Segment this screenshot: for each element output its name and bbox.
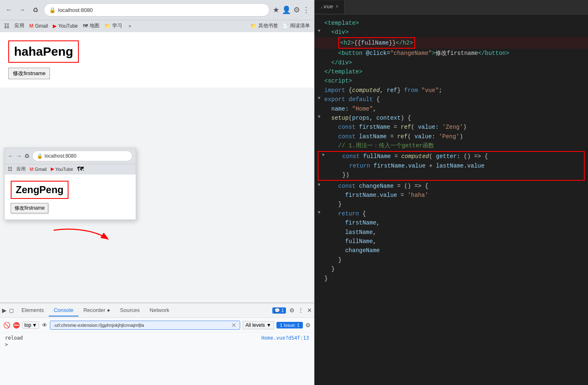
back-button[interactable]: ← <box>4 5 14 15</box>
browser-content-wrapper: hahaPeng 修改firstname ← → ♻ 🔒 localhost:8… <box>0 32 314 302</box>
devtools-url-bar[interactable]: -url:chrome-extension://jgphnjokjhjlcnna… <box>50 321 240 330</box>
mini-forward-button[interactable]: → <box>16 153 22 159</box>
code-line-17: }) <box>319 170 584 180</box>
dt-settings-icon[interactable]: ⚙ <box>289 307 295 314</box>
code-line-5: </div> <box>314 58 588 67</box>
code-line-19: firstName.value = 'haha' <box>314 191 588 200</box>
browser-content: hahaPeng 修改firstname <box>0 32 314 87</box>
code-tab-bar: .vue ✕ <box>314 0 588 14</box>
tab-close-icon[interactable]: ✕ <box>335 3 338 11</box>
code-body: <template> ▼ <div> <h2>{{fullName}}</h2>… <box>314 14 588 287</box>
top-select[interactable]: top ▼ <box>22 321 39 329</box>
dt-eye-icon[interactable]: 👁 <box>42 322 47 328</box>
code-line-13: const lastName = ref( value: 'Peng') <box>314 132 588 141</box>
bookmark-youtube[interactable]: ▶ YouTube <box>53 23 78 29</box>
code-line-9: ▼ export default { <box>314 95 588 104</box>
address-bar[interactable]: 🔒 localhost:8080 <box>44 3 269 17</box>
code-tab-vue[interactable]: .vue ✕ <box>314 0 345 14</box>
profile-icon[interactable]: 👤 <box>282 5 291 14</box>
issue-badge[interactable]: 1 Issue: 1 <box>276 322 303 328</box>
bookmark-learn[interactable]: 📁 学习 <box>104 22 122 29</box>
main-change-button[interactable]: 修改firstname <box>8 68 50 79</box>
bookmark-other[interactable]: 📁 其他书签 <box>250 22 278 29</box>
code-line-2: ▼ <div> <box>314 28 588 37</box>
youtube-icon: ▶ <box>53 23 57 29</box>
mini-bm-gmail[interactable]: M Gmail <box>30 167 47 172</box>
webpage: hahaPeng 修改firstname <box>0 32 314 87</box>
code-line-8: import {computed, ref} from "vue"; <box>314 86 588 95</box>
code-line-26: } <box>314 255 588 265</box>
forward-button[interactable]: → <box>17 5 27 15</box>
devtools-icons: 💬 1 ⚙ ⋮ ✕ <box>272 307 312 314</box>
mini-back-button[interactable]: ← <box>8 153 14 159</box>
mini-browser: ← → ♻ 🔒 localhost:8080 ☷ 应用 M Gmail ▶ Yo… <box>4 148 136 220</box>
bookmark-star-icon[interactable]: ★ <box>273 5 279 14</box>
address-text: localhost:8080 <box>58 7 93 13</box>
dt-close-icon[interactable]: ✕ <box>307 307 312 314</box>
extension-icon[interactable]: ⚙ <box>293 5 300 14</box>
dt-gear-icon[interactable]: ⚙ <box>305 322 311 328</box>
folder-icon: 📁 <box>104 23 111 29</box>
bookmark-reader[interactable]: 📄 阅读清单 <box>282 22 310 29</box>
dt-inspect-icon[interactable]: ▶ <box>2 307 7 314</box>
mini-address-text: localhost:8080 <box>45 153 76 159</box>
mini-browser-chrome: ← → ♻ 🔒 localhost:8080 <box>5 148 136 164</box>
code-line-11: ▼ setup(props, context) { <box>314 113 588 123</box>
maps-icon: 🗺 <box>83 23 88 29</box>
mini-lock-icon: 🔒 <box>37 153 43 159</box>
main-name-heading: hahaPeng <box>14 45 73 59</box>
console-output: reload Home.vue?d54f:13 > <box>0 333 314 385</box>
mini-bm-apps[interactable]: 应用 <box>17 166 26 172</box>
gmail-icon: M <box>29 23 33 29</box>
dt-chat-icon[interactable]: 💬 1 <box>272 307 286 314</box>
more-bookmarks[interactable]: » <box>129 23 132 29</box>
mini-address-bar[interactable]: 🔒 localhost:8080 <box>32 151 132 161</box>
code-line-15: ▼ const fullName = computed( getter: () … <box>319 152 584 161</box>
refresh-button[interactable]: ♻ <box>31 5 40 15</box>
dt-block-icon[interactable]: 🚫 <box>3 322 10 328</box>
bookmarks-right: 📁 其他书签 📄 阅读清单 <box>250 22 310 29</box>
code-line-22: firstName, <box>314 218 588 227</box>
haha-box: hahaPeng <box>8 40 79 63</box>
mini-refresh-button[interactable]: ♻ <box>24 153 30 159</box>
top-label: top <box>24 322 31 328</box>
tab-recorder[interactable]: Recorder ● <box>78 305 115 317</box>
url-clear-icon[interactable]: ✕ <box>231 322 236 328</box>
mini-apps-icon[interactable]: ☷ <box>8 166 12 172</box>
tab-console[interactable]: Console <box>49 305 78 317</box>
code-line-20: } <box>314 200 588 209</box>
mini-change-button[interactable]: 修改firstname <box>11 203 48 213</box>
tab-sources[interactable]: Sources <box>115 305 145 317</box>
mini-content: ZengPeng 修改firstname <box>5 175 136 220</box>
apps-icon[interactable]: ☷ <box>4 23 9 29</box>
devtools-panel: ▶ ◻ Elements Console Recorder ● Sources … <box>0 302 314 385</box>
levels-select[interactable]: All levels ▼ <box>243 321 274 329</box>
url-filter-text: -url:chrome-extension://jgphnjokjhjlcnna… <box>54 323 144 328</box>
code-editor-panel: .vue ✕ <template> ▼ <div> <h2>{{fullName… <box>314 0 588 385</box>
console-cursor[interactable]: > <box>5 342 309 347</box>
bookmark-gmail[interactable]: M Gmail <box>29 23 48 29</box>
browser-chrome: ← → ♻ 🔒 localhost:8080 ★ 👤 ⚙ ⋮ <box>0 0 314 20</box>
dt-device-icon[interactable]: ◻ <box>9 307 14 314</box>
code-tab-label: .vue <box>320 3 333 12</box>
code-line-1: <template> <box>314 19 588 28</box>
code-line-7: <script> <box>314 76 588 85</box>
lock-icon: 🔒 <box>49 7 56 13</box>
bookmark-apps[interactable]: 应用 <box>14 22 24 29</box>
top-dropdown-icon: ▼ <box>32 322 37 328</box>
log-link[interactable]: Home.vue?d54f:13 <box>261 335 309 341</box>
dt-more-icon[interactable]: ⋮ <box>298 307 304 314</box>
more-icon[interactable]: ⋮ <box>302 5 310 14</box>
code-line-4: <button @click="changeName">修改firstname<… <box>314 49 588 58</box>
code-line-25: changeName <box>314 246 588 255</box>
tab-elements[interactable]: Elements <box>17 305 49 317</box>
tab-network[interactable]: Network <box>145 305 175 317</box>
mini-bm-youtube[interactable]: ▶ YouTube <box>51 166 73 172</box>
devtools-tabs: ▶ ◻ Elements Console Recorder ● Sources … <box>0 303 314 318</box>
code-line-27: } <box>314 265 588 274</box>
code-line-16: return firstName.value + lastName.value <box>319 161 584 170</box>
mini-name-box: ZengPeng <box>11 181 68 199</box>
bookmark-maps[interactable]: 🗺 地图 <box>83 22 99 29</box>
bookmarks-bar: ☷ 应用 M Gmail ▶ YouTube 🗺 地图 📁 学习 » 📁 其他书… <box>0 20 314 32</box>
dt-no-icon[interactable]: ⛔ <box>13 322 20 328</box>
